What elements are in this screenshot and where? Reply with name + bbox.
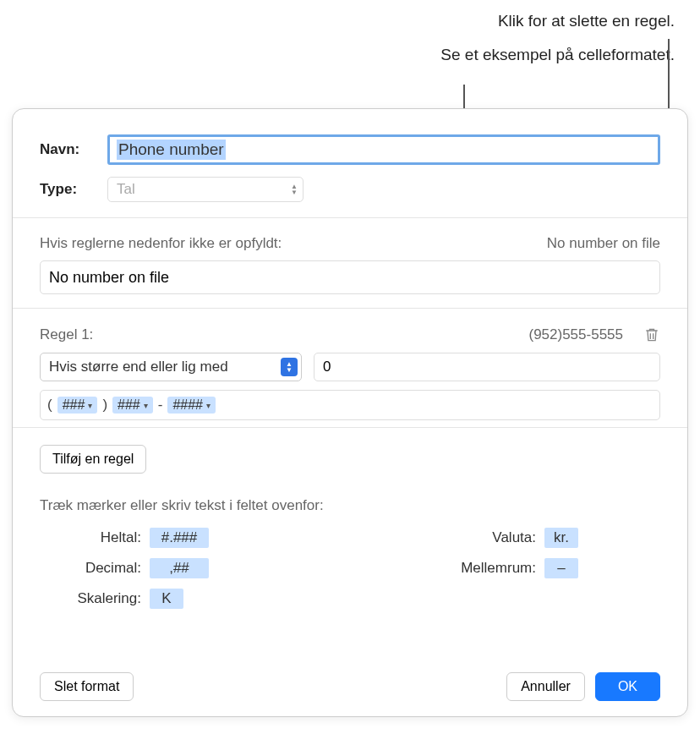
- type-value: Tal: [117, 181, 135, 198]
- custom-format-dialog: Navn: Phone number Type: Tal ▲▼ Hvis reg…: [12, 108, 688, 717]
- rule-title: Regel 1:: [40, 326, 93, 343]
- format-literal: ): [102, 397, 107, 414]
- format-pattern-field[interactable]: ( ### ▾ ) ### ▾ - #### ▾: [40, 390, 660, 420]
- cancel-button[interactable]: Annuller: [506, 672, 585, 701]
- chevron-down-icon: ▾: [88, 401, 92, 410]
- stepper-icon: ▲▼: [281, 358, 298, 376]
- chevron-down-icon: ▾: [144, 401, 148, 410]
- space-token[interactable]: –: [544, 558, 578, 578]
- format-token[interactable]: ### ▾: [57, 397, 98, 414]
- format-token[interactable]: #### ▾: [167, 397, 216, 414]
- currency-token[interactable]: kr.: [544, 528, 578, 548]
- divider: [13, 427, 687, 428]
- drag-hint: Træk mærker eller skriv tekst i feltet o…: [40, 497, 687, 514]
- currency-token-label: Valuta:: [367, 529, 536, 546]
- type-label: Type:: [40, 181, 107, 198]
- fallback-preview: No number on file: [547, 235, 660, 252]
- condition-value-input[interactable]: [314, 353, 660, 381]
- condition-label: Hvis større end eller lig med: [49, 359, 228, 375]
- condition-select[interactable]: Hvis større end eller lig med ▲▼: [40, 353, 302, 381]
- decimal-token[interactable]: ,##: [150, 558, 209, 578]
- format-token[interactable]: ### ▾: [112, 397, 153, 414]
- ok-button[interactable]: OK: [595, 672, 660, 701]
- type-select[interactable]: Tal ▲▼: [107, 177, 304, 202]
- stepper-icon: ▲▼: [291, 184, 298, 195]
- scale-token-label: Skalering:: [40, 590, 141, 607]
- callout-delete-rule: Klik for at slette en regel.: [0, 12, 675, 30]
- space-token-label: Mellemrum:: [367, 560, 536, 577]
- integer-token-label: Heltal:: [40, 529, 141, 546]
- name-label: Navn:: [40, 141, 107, 158]
- trash-icon[interactable]: [643, 326, 660, 344]
- delete-format-button[interactable]: Slet format: [40, 672, 134, 701]
- integer-token[interactable]: #.###: [150, 528, 209, 548]
- chevron-down-icon: ▾: [206, 401, 211, 410]
- format-literal: -: [158, 397, 163, 414]
- fallback-label: Hvis reglerne nedenfor ikke er opfyldt:: [40, 235, 282, 252]
- scale-token[interactable]: K: [150, 589, 183, 609]
- decimal-token-label: Decimal:: [40, 560, 141, 577]
- rule-preview: (952)555-5555: [528, 326, 623, 343]
- name-input-value: Phone number: [117, 140, 226, 160]
- format-literal: (: [47, 397, 52, 414]
- add-rule-button[interactable]: Tilføj en regel: [40, 445, 146, 474]
- fallback-input[interactable]: [40, 260, 660, 294]
- name-input[interactable]: Phone number: [107, 134, 660, 165]
- callout-preview-format: Se et eksempel på celleformatet.: [0, 46, 675, 64]
